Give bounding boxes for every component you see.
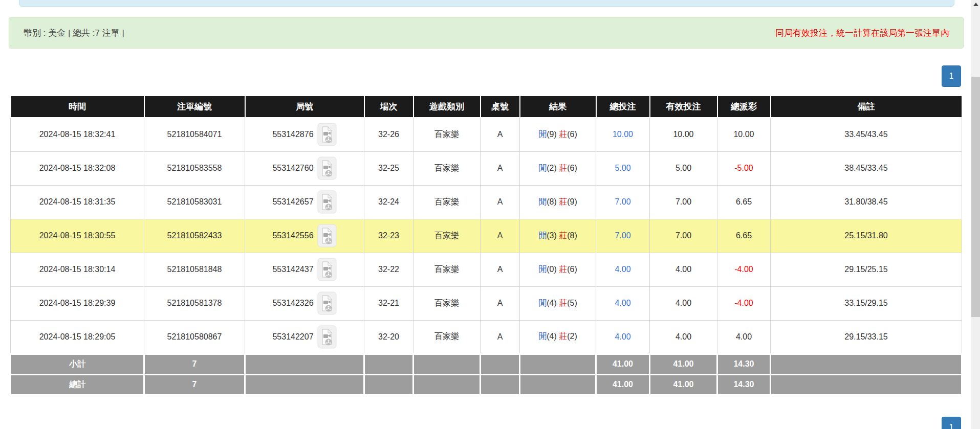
game-type-cell: 百家樂 [413, 118, 481, 151]
total-row-cell-9: 14.30 [717, 374, 771, 395]
remark-cell: 33.45/43.45 [771, 118, 962, 151]
session-cell: 32-23 [364, 219, 413, 253]
subtotal-row-cell-10 [771, 354, 962, 374]
bet-row-6: 2024-08-15 18:29:05521810580867553142207… [11, 320, 962, 354]
result-cell: 閒(2) 莊(6) [520, 151, 596, 185]
banker-label: 莊 [559, 164, 567, 172]
total-row-cell-5 [481, 374, 520, 395]
table-id-cell: A [481, 151, 520, 185]
banker-label: 莊 [559, 130, 567, 139]
column-header-6: 結果 [520, 96, 596, 118]
session-cell: 32-21 [364, 286, 413, 320]
total-row-cell-0: 總計 [11, 374, 144, 395]
video-replay-icon[interactable] [317, 224, 337, 247]
subtotal-row-cell-4 [413, 354, 481, 374]
valid-bet-cell: 4.00 [650, 286, 717, 320]
total-bet-link[interactable]: 5.00 [615, 164, 630, 172]
video-replay-icon[interactable] [317, 258, 337, 281]
table-id-cell: A [481, 185, 520, 219]
player-label: 閒 [538, 332, 547, 341]
column-header-5: 桌號 [481, 96, 520, 118]
video-replay-icon[interactable] [317, 291, 337, 315]
bet-id-cell: 521810580867 [144, 320, 245, 354]
bet-row-5: 2024-08-15 18:29:39521810581378553142326… [11, 286, 962, 320]
payout-cell: 6.65 [717, 219, 771, 253]
total-bet-link[interactable]: 4.00 [615, 299, 630, 307]
banker-score: (6) [567, 130, 577, 139]
column-header-4: 遊戲類別 [413, 96, 481, 118]
total-bet-cell: 10.00 [596, 118, 650, 151]
remark-cell: 29.15/25.15 [771, 253, 962, 286]
time-cell: 2024-08-15 18:32:41 [11, 118, 144, 151]
time-cell: 2024-08-15 18:32:08 [11, 151, 144, 185]
game-type-cell: 百家樂 [413, 151, 481, 185]
total-row-cell-10 [771, 374, 962, 395]
valid-bet-cell: 7.00 [650, 185, 717, 219]
total-bet-cell: 4.00 [596, 320, 650, 354]
player-label: 閒 [538, 299, 547, 307]
result-cell: 閒(0) 莊(6) [520, 253, 596, 286]
session-cell: 32-25 [364, 151, 413, 185]
player-label: 閒 [538, 265, 547, 274]
video-replay-icon[interactable] [317, 156, 337, 180]
total-bet-link[interactable]: 7.00 [615, 197, 630, 206]
total-bet-cell: 7.00 [596, 185, 650, 219]
banker-score: (2) [567, 332, 577, 341]
bet-id-cell: 521810584071 [144, 118, 245, 151]
player-score: (0) [547, 265, 559, 274]
time-cell: 2024-08-15 18:29:39 [11, 286, 144, 320]
bet-row-0: 2024-08-15 18:32:41521810584071553142876… [11, 118, 962, 151]
round-id: 553142876 [272, 130, 313, 139]
scrollbar[interactable] [971, 0, 980, 429]
table-id-cell: A [481, 286, 520, 320]
total-row-cell-3 [364, 374, 413, 395]
payout-cell: 6.65 [717, 185, 771, 219]
pagination-page-1-top[interactable]: 1 [942, 65, 961, 87]
total-row: 總計741.0041.0014.30 [11, 374, 962, 395]
valid-bet-cell: 10.00 [650, 118, 717, 151]
bet-row-3: 2024-08-15 18:30:55521810582433553142556… [11, 219, 962, 253]
remark-cell: 25.15/31.80 [771, 219, 962, 253]
banker-label: 莊 [559, 265, 567, 274]
banker-label: 莊 [559, 332, 567, 341]
scroll-up-icon[interactable] [971, 0, 980, 9]
summary-bar: 幣別 : 美金 | 總共 :7 注單 | 同局有效投注，統一計算在該局第一張注單… [9, 17, 964, 49]
bet-row-4: 2024-08-15 18:30:14521810581848553142437… [11, 253, 962, 286]
bet-row-2: 2024-08-15 18:31:35521810583031553142657… [11, 185, 962, 219]
round-cell: 553142326 [245, 286, 364, 320]
banker-score: (6) [567, 164, 577, 172]
total-bet-link[interactable]: 4.00 [615, 265, 630, 274]
total-bet-link[interactable]: 7.00 [615, 231, 630, 240]
session-cell: 32-22 [364, 253, 413, 286]
banker-score: (9) [567, 197, 577, 206]
pagination-page-1-bottom[interactable]: 1 [942, 417, 961, 429]
round-id: 553142207 [272, 332, 313, 342]
column-header-9: 總派彩 [717, 96, 771, 118]
banker-label: 莊 [559, 197, 567, 206]
round-cell: 553142876 [245, 118, 364, 151]
result-cell: 閒(3) 莊(8) [520, 219, 596, 253]
total-bet-cell: 4.00 [596, 286, 650, 320]
round-id: 553142760 [272, 164, 313, 173]
same-round-note: 同局有效投注，統一計算在該局第一張注單內 [775, 27, 949, 39]
round-cell: 553142207 [245, 320, 364, 354]
column-header-3: 場次 [364, 96, 413, 118]
subtotal-row-cell-7: 41.00 [596, 354, 650, 374]
payout-cell: -5.00 [717, 151, 771, 185]
banker-score: (5) [567, 299, 577, 307]
video-replay-icon[interactable] [317, 123, 337, 146]
video-replay-icon[interactable] [317, 190, 337, 214]
video-replay-icon[interactable] [317, 325, 337, 349]
table-header: 時間注單編號局號場次遊戲類別桌號結果總投注有效投注總派彩備註 [11, 96, 962, 118]
round-id: 553142657 [272, 197, 313, 207]
total-bet-link[interactable]: 10.00 [613, 130, 633, 139]
banker-label: 莊 [559, 231, 567, 240]
result-cell: 閒(4) 莊(2) [520, 320, 596, 354]
valid-bet-cell: 5.00 [650, 151, 717, 185]
time-cell: 2024-08-15 18:30:55 [11, 219, 144, 253]
scrollbar-thumb[interactable] [971, 77, 980, 317]
total-bet-cell: 4.00 [596, 253, 650, 286]
total-bet-link[interactable]: 4.00 [615, 332, 630, 341]
banker-score: (8) [567, 231, 577, 240]
payout-cell: 10.00 [717, 118, 771, 151]
